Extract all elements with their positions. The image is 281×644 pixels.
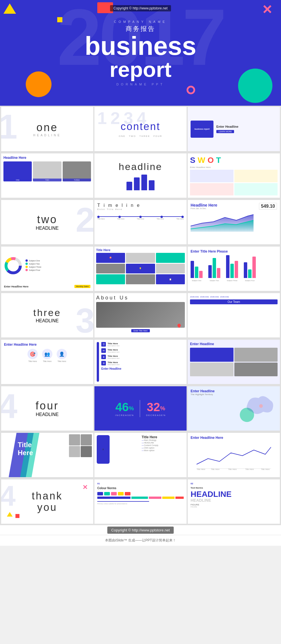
- bar-group-4: Subject Four: [244, 257, 256, 281]
- mc-2: [126, 253, 155, 263]
- swatch-red: [125, 492, 130, 495]
- donut-enter-title: Enter Headline Here: [4, 285, 29, 288]
- bar-three: [141, 175, 147, 190]
- swot-o: O: [207, 156, 214, 165]
- icon-item-3: 👤 Title Here: [57, 349, 67, 362]
- bar-4c: [252, 257, 256, 278]
- slide-icons: Enter Headline Here 🎯 Title Here 👥 Title…: [1, 340, 93, 384]
- photo-three-label: THREE: [63, 179, 91, 181]
- swot-t: T: [216, 156, 221, 165]
- bar-1a: [191, 261, 194, 278]
- increase-num-wrap: 46 %: [115, 400, 134, 414]
- slide-increase: 46 % increase% 32 % decrease%: [94, 386, 187, 431]
- bar-chart-area: Subject One Subject Two Subject Three: [191, 256, 277, 281]
- legend-1: Subject One: [25, 259, 41, 262]
- color-swatches: [97, 492, 184, 495]
- diag-photos: [69, 434, 92, 457]
- slide-list: ☰ Title Here Description text ✉ Title He…: [94, 340, 187, 384]
- phone-mockup: 📱: [97, 435, 110, 464]
- svg-text:Title Here: Title Here: [245, 468, 254, 470]
- color-num: 01: [97, 482, 184, 485]
- list-desc-2: Description text: [108, 351, 184, 353]
- slide-three-word: three: [33, 307, 61, 318]
- hero-title-main: business: [85, 33, 196, 59]
- increase-label: increase%: [115, 414, 134, 417]
- svg-point-5: [259, 404, 263, 408]
- bar-group-1: Subject One: [191, 261, 203, 281]
- tl-label-5: Title Here: [176, 218, 184, 220]
- thankyou-bg-num: 4: [1, 479, 16, 512]
- icon-label-1: Title Here: [28, 360, 37, 362]
- label-three: THREE: [139, 135, 150, 137]
- slide-photos: Headline Here ONE TWO THREE: [1, 153, 93, 198]
- color-bar-red: [175, 497, 184, 499]
- slide-photos-title: Headline Here: [3, 156, 91, 160]
- icon-circle-1: 🎯: [27, 349, 38, 359]
- swot-s: S: [190, 156, 195, 165]
- increase-number: 46: [115, 400, 129, 414]
- list-title-4: Title Here: [108, 361, 184, 364]
- mc-8: [126, 274, 155, 284]
- slide-headline-large: headline: [94, 153, 187, 198]
- device-button[interactable]: LEARN MORE: [216, 130, 234, 133]
- phone-item-4: CMS option: [142, 447, 184, 449]
- copyright-text: Copyright © http://www.pptstore.net: [107, 527, 174, 534]
- tl-label-1: Title Here: [97, 218, 105, 220]
- tl-label-2: Title Here: [117, 218, 124, 220]
- slide-photos-row: ONE TWO THREE: [3, 161, 91, 181]
- timeline-line: [97, 216, 184, 217]
- list-item-4: ⚙ Title Here Description text: [101, 361, 184, 365]
- monthly-sales-btn[interactable]: Monthly Sales: [74, 285, 90, 288]
- device-enter-title: Enter Headline: [216, 125, 277, 128]
- svg-text:Title Here: Title Here: [228, 468, 237, 470]
- decrease-label: decrease%: [146, 414, 166, 417]
- decrease-item: 32 % decrease%: [146, 400, 166, 417]
- list-title-1: Title Here: [108, 342, 184, 345]
- mc-7: [96, 274, 125, 284]
- list-icon-3: ★: [101, 355, 106, 359]
- list-title-3: Title Here: [108, 355, 184, 357]
- icon-item-1: 🎯 Title Here: [27, 349, 38, 362]
- list-text-4: Title Here Description text: [108, 361, 184, 365]
- photo-two: TWO: [33, 161, 61, 181]
- pg-cell-2: [234, 348, 278, 362]
- color-bar-pink: [149, 497, 161, 499]
- slide-three: 3 three HEADLINE: [1, 293, 93, 337]
- mosaic-title: Title Here: [96, 248, 185, 252]
- slide-headline-word: headline: [119, 161, 163, 172]
- list-enter-title: Enter Headline: [101, 367, 184, 370]
- device-text: Enter Headline LEARN MORE: [213, 125, 277, 133]
- legend-3: Subject Three: [25, 266, 41, 268]
- mc-6: [156, 264, 185, 274]
- hero-title-sub: report: [110, 59, 172, 80]
- timeline-labels: Title Here Title Here Title Here Title H…: [97, 218, 184, 220]
- bar-2c: [217, 268, 220, 278]
- bar-1b: [195, 267, 198, 278]
- bar-group-3: Subject Three: [226, 255, 238, 281]
- slide-four-word: four: [35, 400, 59, 412]
- svg-text:Title Here: Title Here: [211, 468, 219, 470]
- slide-swot: S W O T Enter Headline Here: [188, 153, 280, 198]
- about-title: About Us: [96, 295, 185, 301]
- team-member-2: JOHN DOE: [200, 295, 209, 298]
- bar-group-bars-1: [191, 261, 203, 278]
- mc-5: 💡: [126, 264, 155, 274]
- swatch-pink: [111, 492, 117, 495]
- slides-grid-row2: Headline Here ONE TWO THREE headline S W: [0, 152, 281, 199]
- icon-label-2: Title Here: [43, 360, 52, 362]
- slide-mosaic: Title Here 🎯 💡 📋: [94, 247, 187, 291]
- icon-circle-3: 👤: [57, 349, 67, 359]
- increase-item: 46 % increase%: [115, 400, 134, 417]
- thankyou-sq-icon: [15, 514, 19, 518]
- yellow-small-rect-icon: [57, 17, 62, 22]
- slide-one-headline: HEADLINE: [33, 134, 61, 137]
- slide-phone: 📱 Title Here Main Strategy HEADLINE Cont…: [94, 433, 187, 477]
- text-norms-headline: HEADLINE: [191, 490, 277, 498]
- legend-dot-3: [25, 266, 28, 268]
- bar-3c: [235, 261, 238, 278]
- slide-device: business report Enter Headline LEARN MOR…: [188, 107, 280, 151]
- bar-label-1: Subject One: [192, 280, 201, 281]
- icon-label-3: Title Here: [58, 360, 66, 362]
- legend-dot-2: [25, 263, 28, 265]
- bar-3a: [226, 255, 229, 278]
